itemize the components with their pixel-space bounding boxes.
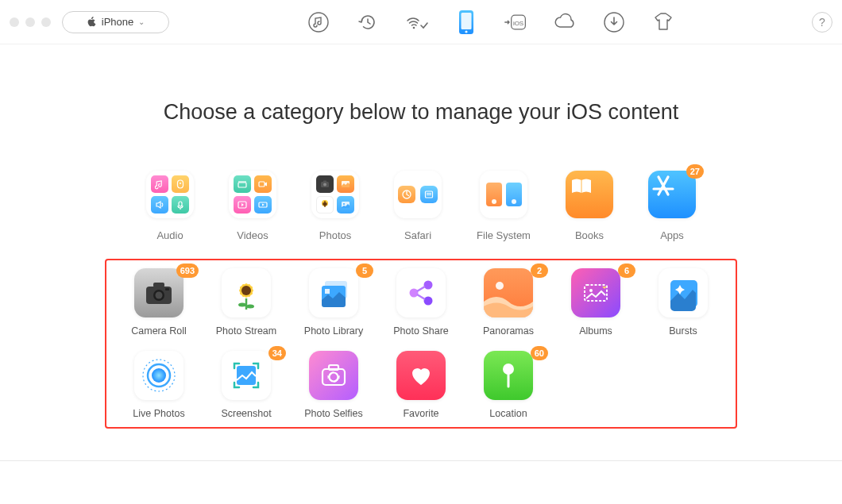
svg-point-16 <box>323 183 326 187</box>
cloud-icon <box>553 11 577 33</box>
sub-albums[interactable]: 6 Albums <box>556 268 635 337</box>
to-ios-icon: iOS <box>504 11 527 33</box>
category-label: Audio <box>156 229 183 241</box>
panorama-icon <box>484 268 533 317</box>
sub-favorite[interactable]: Favorite <box>381 351 461 419</box>
sub-label: Bursts <box>669 325 697 337</box>
page-heading: Choose a category below to manage your i… <box>0 100 842 125</box>
svg-rect-29 <box>427 193 431 194</box>
toolbar-wifi-transfer[interactable] <box>405 10 429 34</box>
toolbar-music[interactable] <box>307 10 330 34</box>
sub-photo-selfies[interactable]: Photo Selfies <box>294 351 373 419</box>
category-audio[interactable]: Audio <box>146 171 194 241</box>
svg-rect-64 <box>323 369 345 385</box>
help-button[interactable]: ? <box>812 12 832 33</box>
sub-photo-library[interactable]: 5 Photo Library <box>294 268 373 337</box>
toolbar-skin[interactable] <box>651 10 675 34</box>
svg-rect-10 <box>238 183 246 187</box>
svg-rect-9 <box>179 202 182 206</box>
svg-rect-3 <box>461 13 471 29</box>
window-close-dot[interactable] <box>10 17 19 27</box>
badge-camera-roll: 693 <box>176 264 199 278</box>
sub-label: Location <box>489 408 527 419</box>
albums-icon <box>571 268 620 317</box>
svg-rect-50 <box>325 289 330 294</box>
favorite-icon <box>396 351 446 400</box>
svg-point-53 <box>424 297 433 306</box>
phone-icon <box>458 10 475 35</box>
audio-icon <box>146 171 194 218</box>
category-label: Safari <box>404 229 431 241</box>
category-videos[interactable]: Videos <box>229 171 276 241</box>
svg-rect-65 <box>329 365 338 370</box>
badge-location: 60 <box>531 346 548 360</box>
toolbar-icloud[interactable] <box>553 10 577 34</box>
category-books[interactable]: Books <box>566 171 613 241</box>
svg-point-58 <box>589 289 593 292</box>
subcategory-grid: 693 Camera Roll <box>119 268 723 419</box>
apple-logo-icon <box>87 17 97 27</box>
live-photos-icon <box>134 351 183 400</box>
svg-rect-17 <box>323 181 326 183</box>
toolbar-restore[interactable] <box>356 10 380 34</box>
device-selector[interactable]: iPhone ⌄ <box>62 11 169 33</box>
footer-divider <box>0 460 842 461</box>
badge-screenshot: 34 <box>268 346 286 360</box>
sub-label: Photo Selfies <box>304 408 363 419</box>
location-icon <box>484 351 533 400</box>
sub-photo-stream[interactable]: Photo Stream <box>207 268 286 337</box>
svg-text:iOS: iOS <box>512 19 523 26</box>
svg-rect-38 <box>165 288 169 290</box>
sub-photo-share[interactable]: Photo Share <box>381 268 461 337</box>
music-note-icon <box>307 11 330 33</box>
sub-live-photos[interactable]: Live Photos <box>119 351 199 419</box>
window-min-dot[interactable] <box>25 17 35 27</box>
badge-apps: 27 <box>686 164 704 179</box>
sub-location[interactable]: 60 Location <box>469 351 548 419</box>
svg-point-1 <box>412 26 415 29</box>
camera-icon <box>134 268 183 317</box>
svg-rect-30 <box>427 194 431 195</box>
photos-icon <box>311 171 359 218</box>
svg-point-8 <box>180 183 181 184</box>
category-label: Photos <box>319 229 351 241</box>
window-max-dot[interactable] <box>41 17 51 27</box>
category-photos[interactable]: Photos <box>311 171 359 241</box>
sub-camera-roll[interactable]: 693 Camera Roll <box>119 268 199 337</box>
svg-rect-11 <box>238 181 246 183</box>
badge-albums: 6 <box>618 264 635 278</box>
svg-point-4 <box>465 30 467 33</box>
toolbar-to-ios[interactable]: iOS <box>504 10 527 34</box>
category-apps[interactable]: 27 Apps <box>648 171 696 241</box>
category-safari[interactable]: Safari <box>394 171 442 241</box>
toolbar-download[interactable] <box>602 10 626 34</box>
svg-point-51 <box>410 289 419 298</box>
history-icon <box>357 11 379 33</box>
sub-label: Panoramas <box>483 325 534 337</box>
svg-rect-12 <box>259 182 265 187</box>
window-traffic-lights <box>10 17 51 27</box>
sub-panoramas[interactable]: 2 Panoramas <box>469 268 548 337</box>
category-filesystem[interactable]: File System <box>477 171 531 241</box>
svg-point-52 <box>424 281 433 290</box>
category-label: Books <box>575 229 604 241</box>
help-glyph: ? <box>819 16 825 29</box>
subcategory-panel: 693 Camera Roll <box>105 259 737 429</box>
svg-point-26 <box>343 203 345 205</box>
sub-label: Photo Stream <box>216 325 276 337</box>
svg-point-45 <box>241 286 251 295</box>
svg-line-54 <box>417 287 425 291</box>
svg-point-24 <box>323 202 326 205</box>
toolbar-phone[interactable] <box>454 10 478 34</box>
svg-line-55 <box>417 294 425 299</box>
screenshot-icon <box>222 351 271 400</box>
category-label: File System <box>477 229 531 241</box>
sub-screenshot[interactable]: 34 Screenshot <box>207 351 286 419</box>
sub-bursts[interactable]: Bursts <box>643 268 723 337</box>
titlebar: iPhone ⌄ iOS <box>0 0 842 44</box>
chevron-down-icon: ⌄ <box>138 17 145 26</box>
sub-label: Live Photos <box>133 408 184 419</box>
download-icon <box>603 11 625 33</box>
svg-point-37 <box>156 292 163 299</box>
category-label: Apps <box>660 229 684 241</box>
